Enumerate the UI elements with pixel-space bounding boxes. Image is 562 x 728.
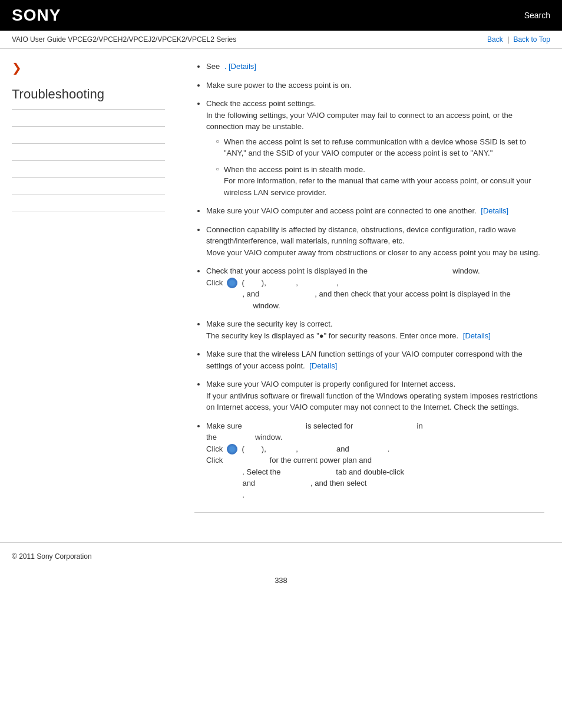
windows-orb-icon-2 — [227, 444, 237, 454]
list-item-10: Make sure is selected for in the window.… — [206, 420, 544, 501]
item-2-text: Make sure power to the access point is o… — [206, 81, 351, 90]
sidebar-divider-5 — [12, 177, 165, 178]
list-item-2: Make sure power to the access point is o… — [206, 80, 544, 91]
footer: © 2011 Sony Corporation — [0, 542, 562, 570]
nav-links: Back | Back to Top — [487, 35, 550, 44]
sony-logo: SONY — [12, 6, 61, 25]
item-5-text: Connection capability is affected by dis… — [206, 225, 516, 246]
item-10-line4: Click for the current power plan and — [206, 456, 372, 465]
list-item-5: Connection capability is affected by dis… — [206, 224, 544, 259]
page-number: 338 — [0, 570, 562, 597]
copyright-text: © 2011 Sony Corporation — [12, 552, 92, 561]
item-7-subtext: The security key is displayed as "●" for… — [206, 331, 458, 340]
breadcrumb-text: VAIO User Guide VPCEG2/VPCEH2/VPCEJ2/VPC… — [12, 35, 236, 44]
item-1-details-link[interactable]: . [Details] — [224, 62, 256, 71]
nav-separator: | — [507, 35, 511, 44]
item-10-line2: the window. — [206, 433, 282, 442]
list-item-9: Make sure your VAIO computer is properly… — [206, 378, 544, 413]
sidebar-divider-3 — [12, 143, 165, 144]
item-8-text: Make sure that the wireless LAN function… — [206, 350, 523, 370]
sidebar-divider-1 — [12, 109, 165, 110]
item-10-line5: . Select the tab and double-click — [206, 467, 404, 476]
sidebar: ❯ Troubleshooting — [0, 49, 177, 536]
item-3-subtext: In the following settings, your VAIO com… — [206, 111, 513, 131]
breadcrumb-bar: VAIO User Guide VPCEG2/VPCEH2/VPCEJ2/VPC… — [0, 31, 562, 49]
content-list: See . [Details] Make sure power to the a… — [194, 61, 544, 500]
item-3-sub-1: When the access point is set to refuse c… — [216, 136, 544, 159]
sidebar-heading: Troubleshooting — [12, 87, 165, 102]
item-9-text: Make sure your VAIO computer is properly… — [206, 380, 455, 388]
item-1-text: See — [206, 62, 220, 71]
list-item-1: See . [Details] — [206, 61, 544, 73]
list-item-6: Check that your access point is displaye… — [206, 265, 544, 311]
item-10-text: Make sure is selected for in — [206, 421, 423, 430]
item-7-text: Make sure the security key is correct. — [206, 319, 333, 328]
item-6-text: Check that your access point is displaye… — [206, 266, 480, 275]
item-10-line6: and , and then select — [206, 479, 366, 487]
sidebar-item-3[interactable] — [12, 149, 165, 156]
sidebar-arrow-icon: ❯ — [12, 61, 165, 75]
list-item-7: Make sure the security key is correct. T… — [206, 318, 544, 341]
content-area: See . [Details] Make sure power to the a… — [177, 49, 562, 536]
header: SONY Search — [0, 0, 562, 31]
item-10-line3: Click ( ), , and . — [206, 444, 389, 453]
list-item-4: Make sure your VAIO computer and access … — [206, 205, 544, 217]
search-button[interactable]: Search — [524, 11, 550, 20]
item-7-details-link[interactable]: [Details] — [463, 331, 491, 340]
item-6-subtext2: , and , and then check that your access … — [206, 289, 511, 310]
item-8-details-link[interactable]: [Details] — [309, 361, 337, 370]
item-4-text: Make sure your VAIO computer and access … — [206, 206, 477, 215]
item-3-sub-2: When the access point is in stealth mode… — [216, 164, 544, 199]
sidebar-divider-2 — [12, 126, 165, 127]
sidebar-item-6[interactable] — [12, 200, 165, 207]
back-to-top-link[interactable]: Back to Top — [514, 35, 550, 44]
item-5-subtext: Move your VAIO computer away from obstru… — [206, 248, 540, 257]
sidebar-divider-4 — [12, 160, 165, 161]
item-9-subtext: If your antivirus software or firewall f… — [206, 391, 538, 412]
list-item-3: Check the access point settings. In the … — [206, 98, 544, 198]
sidebar-item-2[interactable] — [12, 131, 165, 139]
sidebar-divider-6 — [12, 195, 165, 195]
windows-orb-icon — [227, 278, 237, 288]
list-item-8: Make sure that the wireless LAN function… — [206, 348, 544, 371]
sidebar-item-5[interactable] — [12, 183, 165, 190]
item-3-sublist: When the access point is set to refuse c… — [206, 136, 544, 199]
content-divider-bottom — [194, 512, 544, 513]
back-link[interactable]: Back — [487, 35, 503, 44]
sidebar-item-4[interactable] — [12, 166, 165, 173]
main-container: ❯ Troubleshooting See . [Details] Make s… — [0, 49, 562, 536]
sidebar-item-1[interactable] — [12, 114, 165, 121]
item-6-subtext: Click ( ), , , — [206, 278, 339, 287]
item-4-details-link[interactable]: [Details] — [481, 206, 508, 215]
item-3-text: Check the access point settings. — [206, 99, 316, 108]
item-10-line7: . — [206, 490, 244, 499]
sidebar-divider-7 — [12, 212, 165, 212]
